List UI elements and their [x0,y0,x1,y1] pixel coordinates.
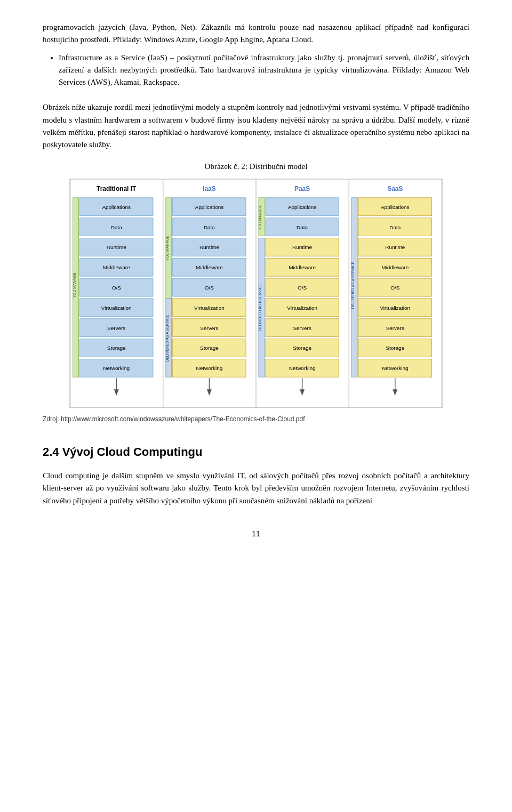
svg-text:Applications: Applications [102,204,131,210]
figure-caption: Obrázek č. 2: Distribuční model [43,160,469,173]
bullet-item-iaas: Infrastructure as a Service (IaaS) – pos… [59,52,469,89]
svg-text:Virtualization: Virtualization [101,304,132,310]
svg-text:Storage: Storage [200,345,219,351]
svg-text:Traditional IT: Traditional IT [97,184,137,192]
svg-text:Storage: Storage [293,345,311,351]
svg-text:O/S: O/S [298,285,307,291]
svg-text:Applications: Applications [381,204,410,210]
svg-text:Data: Data [297,224,308,230]
svg-text:Data: Data [111,224,122,230]
svg-text:Data: Data [204,224,215,230]
svg-text:DELIVERED AS A SERVICE: DELIVERED AS A SERVICE [165,315,169,362]
svg-text:Virtualization: Virtualization [194,304,225,310]
svg-text:Networking: Networking [103,365,130,371]
svg-text:Servers: Servers [293,325,311,331]
paragraph-3: Cloud computing je dalším stupněm ve smy… [43,470,469,507]
svg-text:Runtime: Runtime [199,244,219,250]
svg-text:SaaS: SaaS [387,184,403,192]
svg-text:Virtualization: Virtualization [287,304,317,310]
svg-text:Networking: Networking [196,365,223,371]
svg-text:IaaS: IaaS [203,184,216,192]
svg-text:Middleware: Middleware [381,264,409,270]
svg-text:Runtime: Runtime [107,244,126,250]
bullet-list: Infrastructure as a Service (IaaS) – pos… [59,52,469,89]
svg-text:Data: Data [389,224,401,230]
page-number: 11 [43,528,469,540]
svg-text:O/S: O/S [390,285,399,291]
svg-text:Applications: Applications [195,204,224,210]
svg-text:Storage: Storage [386,345,404,351]
paragraph-1: programovacích jazycích (Java, Python, N… [43,21,469,46]
svg-text:Middleware: Middleware [103,264,130,270]
svg-text:O/S: O/S [205,285,214,291]
svg-text:Middleware: Middleware [196,264,223,270]
section-heading: 2.4 Vývoj Cloud Computingu [43,443,469,461]
svg-text:PaaS: PaaS [294,184,310,192]
svg-text:Servers: Servers [200,325,218,331]
svg-text:YOU MANAGE: YOU MANAGE [165,235,169,260]
svg-text:Runtime: Runtime [385,244,405,250]
source-text: Zdroj: http://www.microsoft.com/windowsa… [43,414,469,424]
svg-text:Virtualization: Virtualization [380,304,410,310]
svg-text:YOU MANAGE: YOU MANAGE [73,272,76,298]
svg-text:Storage: Storage [107,345,126,351]
svg-text:DELIVERED AS A SERVICE: DELIVERED AS A SERVICE [258,284,262,331]
paragraph-2: Obrázek níže ukazuje rozdíl mezi jednotl… [43,101,469,151]
distribution-model-diagram: Traditional IT IaaS PaaS SaaS Applicatio… [69,179,443,408]
svg-text:Middleware: Middleware [289,264,316,270]
svg-text:Networking: Networking [289,365,316,371]
svg-text:Networking: Networking [382,365,409,371]
svg-text:Applications: Applications [288,204,317,210]
svg-text:YOU MANAGE: YOU MANAGE [258,204,262,229]
content-area: programovacích jazycích (Java, Python, N… [43,21,469,540]
diagram-wrapper: Traditional IT IaaS PaaS SaaS Applicatio… [43,179,469,408]
svg-text:DELIVERED AS A SERVICE: DELIVERED AS A SERVICE [351,261,355,309]
svg-text:O/S: O/S [112,285,121,291]
svg-text:Servers: Servers [386,325,404,331]
svg-text:Servers: Servers [107,325,125,331]
svg-text:Runtime: Runtime [292,244,312,250]
